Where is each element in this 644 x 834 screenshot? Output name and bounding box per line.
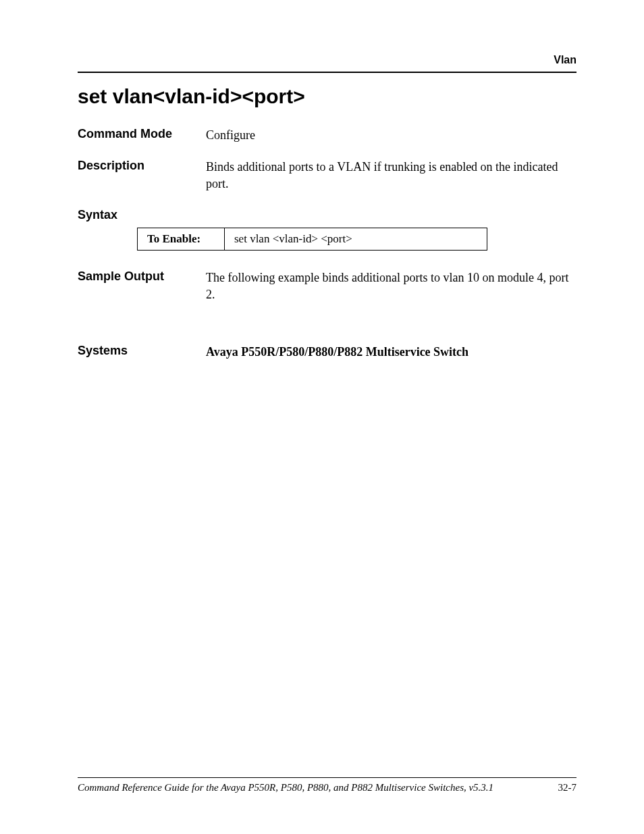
page: Vlan set vlan<vlan-id><port> Command Mod… <box>0 0 644 834</box>
label-description: Description <box>78 159 206 173</box>
label-syntax: Syntax <box>78 208 206 222</box>
header-rule <box>78 72 576 73</box>
footer-text: Command Reference Guide for the Avaya P5… <box>78 782 493 793</box>
syntax-row-label: To Enable: <box>138 228 225 250</box>
row-sample-output: Sample Output The following example bind… <box>78 269 576 303</box>
value-sample-output: The following example binds additional p… <box>206 269 576 303</box>
syntax-table: To Enable: set vlan <vlan-id> <port> <box>137 228 487 251</box>
page-title: set vlan<vlan-id><port> <box>78 85 576 108</box>
row-systems: Systems Avaya P550R/P580/P880/P882 Multi… <box>78 344 576 361</box>
row-command-mode: Command Mode Configure <box>78 127 576 144</box>
label-sample-output: Sample Output <box>78 269 206 284</box>
footer-page-number: 32-7 <box>558 782 577 793</box>
value-description: Binds additional ports to a VLAN if trun… <box>206 159 576 192</box>
label-systems: Systems <box>78 344 206 358</box>
label-command-mode: Command Mode <box>78 127 206 141</box>
value-systems: Avaya P550R/P580/P880/P882 Multiservice … <box>206 344 576 361</box>
running-head: Vlan <box>78 54 576 66</box>
footer-line: Command Reference Guide for the Avaya P5… <box>78 782 576 793</box>
syntax-row-value: set vlan <vlan-id> <port> <box>225 228 487 250</box>
page-footer: Command Reference Guide for the Avaya P5… <box>78 777 576 793</box>
table-row: To Enable: set vlan <vlan-id> <port> <box>138 228 487 250</box>
row-description: Description Binds additional ports to a … <box>78 159 576 192</box>
row-syntax: Syntax <box>78 208 576 222</box>
footer-rule <box>78 777 576 778</box>
value-command-mode: Configure <box>206 127 576 144</box>
